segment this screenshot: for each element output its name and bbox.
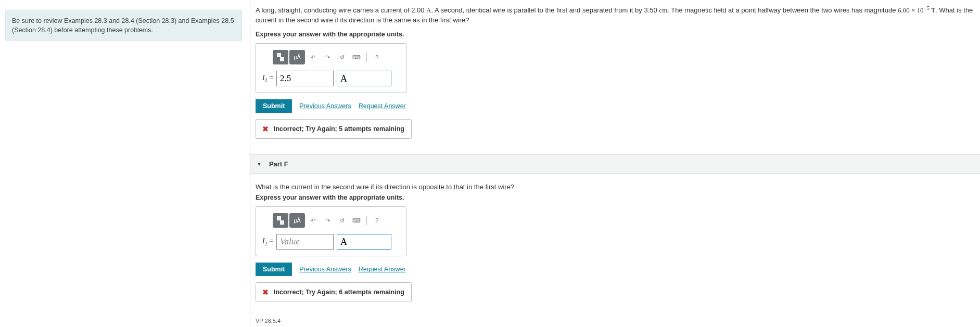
incorrect-icon: ✖ [262, 125, 269, 133]
toolbar-separator [366, 53, 367, 62]
fraction-tool-icon[interactable] [273, 213, 288, 228]
part-f-question: What is the current in the second wire i… [256, 183, 975, 191]
submit-button[interactable]: Submit [256, 99, 292, 113]
instruction-text: Express your answer with the appropriate… [256, 31, 975, 38]
equation-toolbar-f: μÅ ↶ ↷ ↺ ⌨ ? [273, 213, 400, 228]
feedback-text-e: Incorrect; Try Again; 5 attempts remaini… [274, 125, 404, 133]
caret-down-icon: ▼ [257, 161, 262, 167]
keyboard-icon[interactable]: ⌨ [350, 213, 363, 228]
part-f-header[interactable]: ▼ Part F [250, 154, 980, 174]
variable-label-f: I2 = [262, 237, 273, 246]
unit-input-f[interactable] [337, 234, 391, 250]
feedback-box-f: ✖ Incorrect; Try Again; 6 attempts remai… [256, 282, 412, 302]
review-tip: Be sure to review Examples 28.3 and 28.4… [5, 10, 242, 41]
redo-icon[interactable]: ↷ [321, 50, 334, 64]
undo-icon[interactable]: ↶ [306, 213, 320, 228]
help-icon[interactable]: ? [370, 50, 384, 64]
part-f-title: Part F [269, 160, 288, 168]
reset-icon[interactable]: ↺ [335, 213, 349, 228]
equation-toolbar: μÅ ↶ ↷ ↺ ⌨ ? [273, 50, 400, 64]
unit-input-e[interactable] [337, 71, 391, 86]
help-icon[interactable]: ? [370, 213, 384, 228]
previous-answers-link[interactable]: Previous Answers [299, 102, 351, 110]
toolbar-separator [366, 216, 367, 225]
request-answer-link[interactable]: Request Answer [359, 102, 406, 110]
fraction-tool-icon[interactable] [273, 50, 288, 64]
answer-box-e: μÅ ↶ ↷ ↺ ⌨ ? I2 = [256, 43, 406, 93]
variable-label: I2 = [262, 74, 273, 83]
redo-icon[interactable]: ↷ [321, 213, 334, 228]
previous-answers-link-f[interactable]: Previous Answers [299, 266, 351, 273]
feedback-box-e: ✖ Incorrect; Try Again; 5 attempts remai… [256, 119, 412, 139]
value-input-e[interactable] [276, 71, 334, 86]
units-tool-icon[interactable]: μÅ [289, 50, 305, 64]
value-input-f[interactable] [276, 234, 334, 250]
submit-button-f[interactable]: Submit [256, 263, 292, 276]
feedback-text-f: Incorrect; Try Again; 6 attempts remaini… [274, 289, 404, 296]
reset-icon[interactable]: ↺ [335, 50, 349, 64]
problem-statement: A long, straight, conducting wire carrie… [256, 0, 975, 28]
answer-box-f: μÅ ↶ ↷ ↺ ⌨ ? I2 = [256, 206, 406, 256]
request-answer-link-f[interactable]: Request Answer [359, 266, 406, 273]
units-tool-icon[interactable]: μÅ [289, 213, 305, 228]
incorrect-icon: ✖ [262, 288, 269, 296]
keyboard-icon[interactable]: ⌨ [350, 50, 363, 64]
undo-icon[interactable]: ↶ [306, 50, 320, 64]
instruction-text-f: Express your answer with the appropriate… [256, 194, 975, 201]
problem-id: VP 28.5.4 [256, 318, 975, 324]
